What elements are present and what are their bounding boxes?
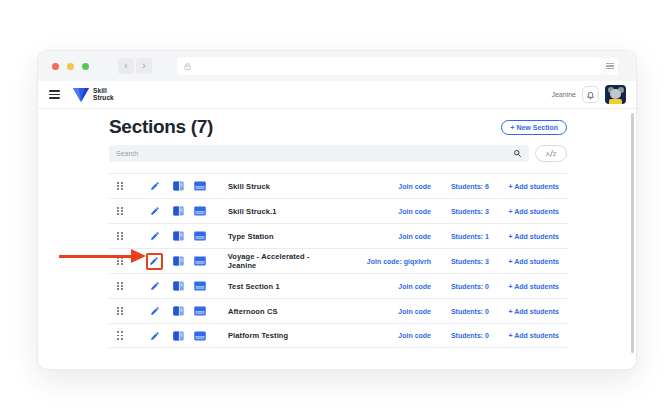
user-name: Jeanine [551,91,576,98]
sections-table: Skill Struck Join code Students: 6 + Add… [109,173,567,348]
section-row: Skill Struck.1 Join code Students: 3 + A… [109,198,567,223]
edit-pencil-button[interactable] [146,278,163,295]
curriculum-book-button[interactable] [173,306,184,316]
section-name: Type Station [228,232,274,241]
browser-toolbar: ‹ › [38,51,636,81]
drag-handle-icon[interactable] [115,232,125,240]
monitor-icon [194,331,206,341]
drag-handle-icon[interactable] [115,257,125,265]
students-count-link[interactable]: Students: 0 [445,283,489,290]
browser-menu-button[interactable] [601,58,618,75]
students-count-link[interactable]: Students: 3 [445,208,489,215]
add-students-link[interactable]: + Add students [503,233,559,240]
add-students-link[interactable]: + Add students [503,283,559,290]
students-count-link[interactable]: Students: 6 [445,183,489,190]
monitor-icon [194,206,206,216]
edit-pencil-icon [150,206,160,216]
students-count-link[interactable]: Students: 3 [445,258,489,265]
book-icon [173,181,184,191]
curriculum-book-button[interactable] [173,206,184,216]
join-code-link[interactable]: Join code [339,208,431,215]
add-students-link[interactable]: + Add students [503,332,559,339]
drag-handle-icon[interactable] [115,207,125,215]
edit-pencil-button[interactable] [146,253,163,270]
students-count-link[interactable]: Students: 0 [445,308,489,315]
students-count-link[interactable]: Students: 0 [445,332,489,339]
join-code-link[interactable]: Join code [339,308,431,315]
back-button[interactable]: ‹ [118,58,134,74]
edit-pencil-button[interactable] [146,327,163,344]
close-window-button[interactable] [52,63,59,70]
drag-handle-icon[interactable] [115,307,125,315]
book-icon [173,331,184,341]
join-code-link[interactable]: Join code [339,332,431,339]
url-input[interactable] [196,63,601,70]
add-students-link[interactable]: + Add students [503,258,559,265]
address-bar[interactable] [177,57,601,75]
koala-avatar-image [610,89,621,99]
curriculum-book-button[interactable] [173,181,184,191]
book-icon [173,306,184,316]
screen-monitor-button[interactable] [194,181,206,191]
section-row: Voyage - Accelerated - Jeanine Join code… [109,248,567,273]
section-name: Skill Struck [228,182,270,191]
curriculum-book-button[interactable] [173,331,184,341]
screen-monitor-button[interactable] [194,306,206,316]
curriculum-book-button[interactable] [173,231,184,241]
hamburger-menu-icon[interactable] [49,90,60,99]
section-row: Test Section 1 Join code Students: 0 + A… [109,273,567,298]
book-icon [173,206,184,216]
back-chevron-icon: ‹ [124,60,127,71]
join-code-link[interactable]: Join code [339,233,431,240]
join-code-link[interactable]: Join code [339,183,431,190]
section-row: Type Station Join code Students: 1 + Add… [109,223,567,248]
sections-page: Sections (7) + New Section A Z [109,116,567,348]
curriculum-book-button[interactable] [173,281,184,291]
edit-pencil-icon [150,306,160,316]
edit-pencil-button[interactable] [146,228,163,245]
join-code-link[interactable]: Join code: giqxlvrh [339,258,431,265]
browser-window: ‹ › Skill Struck [37,50,637,370]
edit-pencil-icon [150,231,160,241]
bell-icon [586,90,595,100]
drag-handle-icon[interactable] [115,282,125,290]
edit-pencil-button[interactable] [146,178,163,195]
curriculum-book-button[interactable] [173,256,184,266]
edit-pencil-icon [150,281,160,291]
edit-pencil-button[interactable] [146,203,163,220]
search-bar[interactable] [109,145,529,162]
page-title: Sections (7) [109,116,213,138]
maximize-window-button[interactable] [82,63,89,70]
section-name: Afternoon CS [228,307,278,316]
search-input[interactable] [116,150,513,157]
scrollbar-thumb[interactable] [631,113,634,353]
screen-monitor-button[interactable] [194,331,206,341]
user-avatar[interactable] [605,85,626,104]
section-name: Test Section 1 [228,282,280,291]
lock-icon [183,62,192,71]
screen-monitor-button[interactable] [194,256,206,266]
search-icon[interactable] [513,149,522,158]
book-icon [173,281,184,291]
sort-az-button[interactable]: A Z [535,145,567,162]
screen-monitor-button[interactable] [194,206,206,216]
section-row: Platform Testing Join code Students: 0 +… [109,323,567,348]
screen-monitor-button[interactable] [194,281,206,291]
monitor-icon [194,306,206,316]
forward-button[interactable]: › [136,58,152,74]
add-students-link[interactable]: + Add students [503,308,559,315]
drag-handle-icon[interactable] [115,182,125,190]
skill-struck-logo-icon [72,87,90,103]
section-name: Platform Testing [228,331,288,340]
screen-monitor-button[interactable] [194,231,206,241]
minimize-window-button[interactable] [67,63,74,70]
join-code-link[interactable]: Join code [339,283,431,290]
edit-pencil-icon [150,181,160,191]
students-count-link[interactable]: Students: 1 [445,233,489,240]
notifications-button[interactable] [582,86,599,103]
add-students-link[interactable]: + Add students [503,183,559,190]
edit-pencil-button[interactable] [146,303,163,320]
drag-handle-icon[interactable] [115,331,125,339]
add-students-link[interactable]: + Add students [503,208,559,215]
new-section-button[interactable]: + New Section [501,120,567,135]
